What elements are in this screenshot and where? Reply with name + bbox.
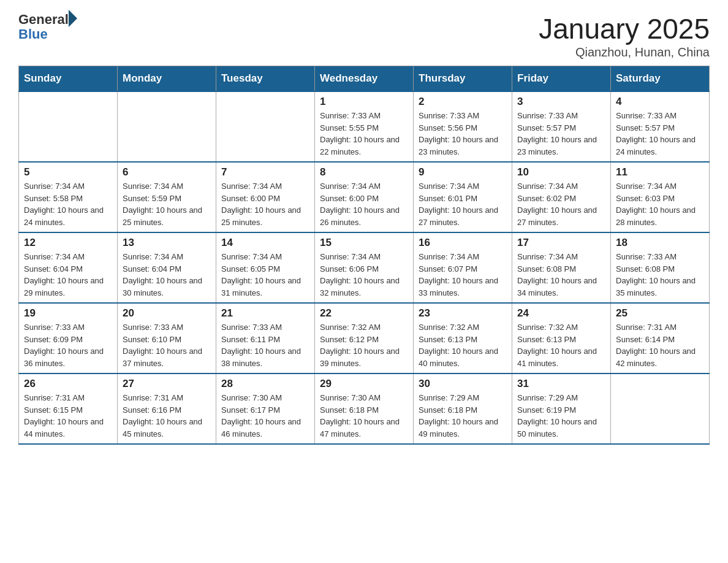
- column-header-thursday: Thursday: [414, 66, 512, 92]
- title-section: January 2025 Qianzhou, Hunan, China: [539, 12, 710, 59]
- day-info: Sunrise: 7:34 AM Sunset: 6:01 PM Dayligh…: [419, 180, 507, 228]
- day-info: Sunrise: 7:33 AM Sunset: 6:08 PM Dayligh…: [616, 251, 704, 299]
- day-info: Sunrise: 7:31 AM Sunset: 6:15 PM Dayligh…: [24, 392, 112, 440]
- column-header-sunday: Sunday: [19, 66, 118, 92]
- day-info: Sunrise: 7:34 AM Sunset: 6:00 PM Dayligh…: [221, 180, 309, 228]
- calendar-cell: 29Sunrise: 7:30 AM Sunset: 6:18 PM Dayli…: [315, 373, 414, 444]
- calendar-cell: [19, 91, 118, 162]
- page-header: General Blue January 2025 Qianzhou, Huna…: [18, 12, 710, 59]
- calendar-cell: 28Sunrise: 7:30 AM Sunset: 6:17 PM Dayli…: [216, 373, 315, 444]
- day-number: 22: [320, 307, 408, 320]
- calendar-cell: 26Sunrise: 7:31 AM Sunset: 6:15 PM Dayli…: [19, 373, 118, 444]
- day-number: 7: [221, 166, 309, 178]
- day-info: Sunrise: 7:31 AM Sunset: 6:16 PM Dayligh…: [123, 392, 211, 440]
- day-info: Sunrise: 7:32 AM Sunset: 6:13 PM Dayligh…: [419, 321, 507, 369]
- day-number: 10: [517, 166, 605, 178]
- day-info: Sunrise: 7:34 AM Sunset: 6:00 PM Dayligh…: [320, 180, 408, 228]
- day-info: Sunrise: 7:32 AM Sunset: 6:13 PM Dayligh…: [517, 321, 605, 369]
- day-info: Sunrise: 7:33 AM Sunset: 5:56 PM Dayligh…: [419, 110, 507, 158]
- column-header-friday: Friday: [512, 66, 611, 92]
- calendar-cell: 12Sunrise: 7:34 AM Sunset: 6:04 PM Dayli…: [19, 232, 118, 303]
- day-number: 13: [123, 237, 211, 249]
- day-number: 24: [517, 307, 605, 320]
- calendar-cell: 14Sunrise: 7:34 AM Sunset: 6:05 PM Dayli…: [216, 232, 315, 303]
- calendar-week-row: 19Sunrise: 7:33 AM Sunset: 6:09 PM Dayli…: [19, 303, 710, 373]
- calendar-cell: 13Sunrise: 7:34 AM Sunset: 6:04 PM Dayli…: [118, 232, 216, 303]
- day-info: Sunrise: 7:33 AM Sunset: 6:10 PM Dayligh…: [123, 321, 211, 369]
- logo-text-general: General: [18, 12, 69, 27]
- day-info: Sunrise: 7:34 AM Sunset: 5:59 PM Dayligh…: [123, 180, 211, 228]
- day-number: 17: [517, 237, 605, 249]
- day-number: 29: [320, 378, 408, 390]
- calendar-cell: 21Sunrise: 7:33 AM Sunset: 6:11 PM Dayli…: [216, 303, 315, 373]
- day-info: Sunrise: 7:33 AM Sunset: 5:57 PM Dayligh…: [616, 110, 704, 158]
- logo-triangle-icon: [69, 10, 77, 27]
- calendar-cell: 16Sunrise: 7:34 AM Sunset: 6:07 PM Dayli…: [414, 232, 512, 303]
- day-info: Sunrise: 7:33 AM Sunset: 5:55 PM Dayligh…: [320, 110, 408, 158]
- calendar-cell: [118, 91, 216, 162]
- calendar-cell: 27Sunrise: 7:31 AM Sunset: 6:16 PM Dayli…: [118, 373, 216, 444]
- calendar-cell: 10Sunrise: 7:34 AM Sunset: 6:02 PM Dayli…: [512, 162, 611, 232]
- calendar-cell: 19Sunrise: 7:33 AM Sunset: 6:09 PM Dayli…: [19, 303, 118, 373]
- calendar-cell: 30Sunrise: 7:29 AM Sunset: 6:18 PM Dayli…: [414, 373, 512, 444]
- day-info: Sunrise: 7:30 AM Sunset: 6:17 PM Dayligh…: [221, 392, 309, 440]
- calendar-cell: 20Sunrise: 7:33 AM Sunset: 6:10 PM Dayli…: [118, 303, 216, 373]
- calendar-subtitle: Qianzhou, Hunan, China: [539, 45, 710, 59]
- day-info: Sunrise: 7:34 AM Sunset: 6:08 PM Dayligh…: [517, 251, 605, 299]
- calendar-week-row: 12Sunrise: 7:34 AM Sunset: 6:04 PM Dayli…: [19, 232, 710, 303]
- day-number: 11: [616, 166, 704, 178]
- day-info: Sunrise: 7:29 AM Sunset: 6:19 PM Dayligh…: [517, 392, 605, 440]
- column-header-tuesday: Tuesday: [216, 66, 315, 92]
- day-number: 28: [221, 378, 309, 390]
- day-number: 25: [616, 307, 704, 320]
- calendar-cell: 22Sunrise: 7:32 AM Sunset: 6:12 PM Dayli…: [315, 303, 414, 373]
- day-number: 6: [123, 166, 211, 178]
- calendar-cell: 25Sunrise: 7:31 AM Sunset: 6:14 PM Dayli…: [611, 303, 710, 373]
- day-info: Sunrise: 7:32 AM Sunset: 6:12 PM Dayligh…: [320, 321, 408, 369]
- day-number: 26: [24, 378, 112, 390]
- calendar-cell: 8Sunrise: 7:34 AM Sunset: 6:00 PM Daylig…: [315, 162, 414, 232]
- calendar-cell: 3Sunrise: 7:33 AM Sunset: 5:57 PM Daylig…: [512, 91, 611, 162]
- logo: General Blue: [18, 12, 77, 42]
- day-number: 27: [123, 378, 211, 390]
- calendar-cell: 15Sunrise: 7:34 AM Sunset: 6:06 PM Dayli…: [315, 232, 414, 303]
- calendar-cell: 31Sunrise: 7:29 AM Sunset: 6:19 PM Dayli…: [512, 373, 611, 444]
- calendar-cell: 18Sunrise: 7:33 AM Sunset: 6:08 PM Dayli…: [611, 232, 710, 303]
- day-info: Sunrise: 7:33 AM Sunset: 6:09 PM Dayligh…: [24, 321, 112, 369]
- calendar-title: January 2025: [539, 12, 710, 45]
- calendar-cell: [216, 91, 315, 162]
- day-number: 3: [517, 96, 605, 108]
- column-header-monday: Monday: [118, 66, 216, 92]
- day-number: 30: [419, 378, 507, 390]
- day-info: Sunrise: 7:34 AM Sunset: 6:06 PM Dayligh…: [320, 251, 408, 299]
- calendar-cell: 6Sunrise: 7:34 AM Sunset: 5:59 PM Daylig…: [118, 162, 216, 232]
- day-info: Sunrise: 7:31 AM Sunset: 6:14 PM Dayligh…: [616, 321, 704, 369]
- calendar-cell: 2Sunrise: 7:33 AM Sunset: 5:56 PM Daylig…: [414, 91, 512, 162]
- column-header-wednesday: Wednesday: [315, 66, 414, 92]
- day-number: 23: [419, 307, 507, 320]
- day-info: Sunrise: 7:34 AM Sunset: 5:58 PM Dayligh…: [24, 180, 112, 228]
- day-info: Sunrise: 7:30 AM Sunset: 6:18 PM Dayligh…: [320, 392, 408, 440]
- calendar-cell: 17Sunrise: 7:34 AM Sunset: 6:08 PM Dayli…: [512, 232, 611, 303]
- day-info: Sunrise: 7:34 AM Sunset: 6:04 PM Dayligh…: [24, 251, 112, 299]
- calendar-week-row: 26Sunrise: 7:31 AM Sunset: 6:15 PM Dayli…: [19, 373, 710, 444]
- day-number: 16: [419, 237, 507, 249]
- calendar-cell: 9Sunrise: 7:34 AM Sunset: 6:01 PM Daylig…: [414, 162, 512, 232]
- calendar-cell: 5Sunrise: 7:34 AM Sunset: 5:58 PM Daylig…: [19, 162, 118, 232]
- day-number: 20: [123, 307, 211, 320]
- calendar-week-row: 5Sunrise: 7:34 AM Sunset: 5:58 PM Daylig…: [19, 162, 710, 232]
- calendar-cell: 11Sunrise: 7:34 AM Sunset: 6:03 PM Dayli…: [611, 162, 710, 232]
- day-number: 18: [616, 237, 704, 249]
- day-number: 21: [221, 307, 309, 320]
- calendar-table: SundayMondayTuesdayWednesdayThursdayFrid…: [18, 66, 710, 445]
- calendar-cell: 1Sunrise: 7:33 AM Sunset: 5:55 PM Daylig…: [315, 91, 414, 162]
- day-number: 19: [24, 307, 112, 320]
- logo-text-blue: Blue: [18, 26, 48, 42]
- day-info: Sunrise: 7:34 AM Sunset: 6:02 PM Dayligh…: [517, 180, 605, 228]
- day-number: 1: [320, 96, 408, 108]
- day-number: 4: [616, 96, 704, 108]
- day-info: Sunrise: 7:33 AM Sunset: 5:57 PM Dayligh…: [517, 110, 605, 158]
- day-number: 14: [221, 237, 309, 249]
- calendar-cell: [611, 373, 710, 444]
- day-number: 12: [24, 237, 112, 249]
